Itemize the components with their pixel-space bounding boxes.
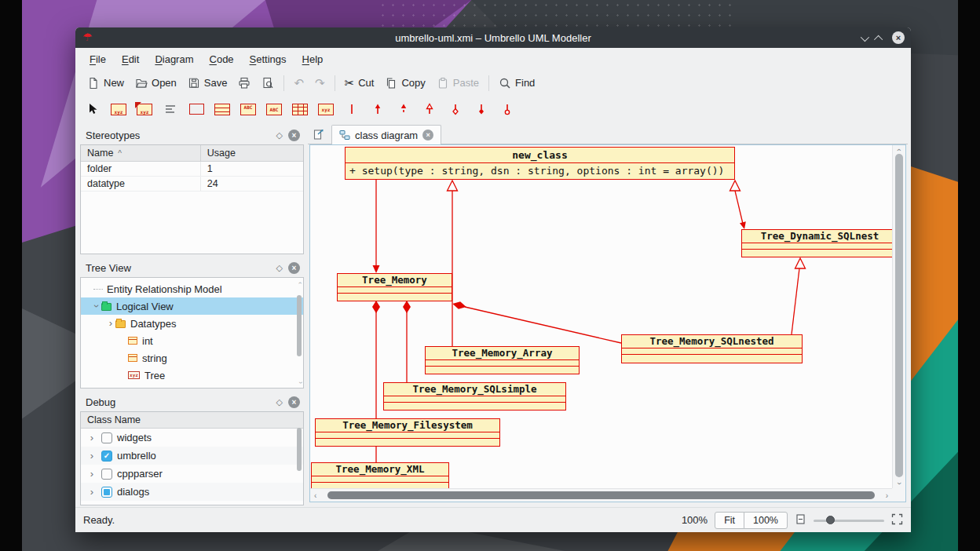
cut-button[interactable]: ✂ Cut xyxy=(339,75,380,92)
menu-code[interactable]: Code xyxy=(202,50,242,68)
uml-class-tree-memory-xml[interactable]: Tree_Memory_XML xyxy=(311,462,449,488)
debug-item-dialogs[interactable]: › dialogs xyxy=(81,483,303,501)
diagram-canvas[interactable]: new_class + setup(type : string, dsn : s… xyxy=(310,145,892,488)
menu-diagram[interactable]: Diagram xyxy=(147,50,201,68)
debug-item-umbrello[interactable]: › ✓ umbrello xyxy=(81,447,303,465)
tree-item-string[interactable]: string xyxy=(81,349,303,367)
fit-button[interactable]: Fit xyxy=(715,512,744,529)
copy-button[interactable]: Copy xyxy=(379,75,430,92)
anchor-tool-button[interactable] xyxy=(498,100,517,119)
uml-class-tree-memory[interactable]: Tree_Memory xyxy=(337,273,452,301)
scroll-up-icon[interactable]: › xyxy=(297,282,304,284)
uml-class-tree-memory-sqlnested[interactable]: Tree_Memory_SQLnested xyxy=(621,334,803,363)
table-row[interactable]: datatype 24 xyxy=(81,177,303,192)
interface-tool-button[interactable]: ABC xyxy=(265,100,283,119)
zoom-value-button[interactable]: 100% xyxy=(744,512,788,529)
tab-close-button[interactable]: × xyxy=(422,130,433,140)
new-tab-button[interactable] xyxy=(309,126,328,143)
scrollbar-thumb[interactable] xyxy=(297,428,302,471)
save-button[interactable]: Save xyxy=(182,75,233,92)
menu-help[interactable]: Help xyxy=(294,50,331,68)
menu-file[interactable]: File xyxy=(82,50,114,68)
minimize-button[interactable] xyxy=(861,31,867,45)
scroll-down-icon[interactable]: › xyxy=(297,381,304,384)
undo-button[interactable]: ↶ xyxy=(288,75,309,92)
scroll-down-icon[interactable]: › xyxy=(895,482,903,484)
expander-closed-icon[interactable]: › xyxy=(87,469,97,479)
enum-tool-button[interactable]: xyz xyxy=(316,100,335,119)
maximize-button[interactable] xyxy=(876,31,883,45)
tree-item-entity-relationship-model[interactable]: Entity Relationship Model xyxy=(81,280,303,297)
float-panel-button[interactable]: ◇ xyxy=(276,263,283,273)
scroll-left-icon[interactable]: ‹ xyxy=(314,492,316,500)
tab-class-diagram[interactable]: class diagram × xyxy=(331,125,441,144)
association-tool-button[interactable] xyxy=(342,100,361,119)
uml-class-tree-memory-sqlsimple[interactable]: Tree_Memory_SQLsimple xyxy=(383,382,566,411)
close-panel-button[interactable]: × xyxy=(288,262,300,274)
print-button[interactable] xyxy=(232,75,256,92)
select-tool-button[interactable] xyxy=(83,100,102,119)
debug-item-widgets[interactable]: › widgets xyxy=(81,429,303,447)
uml-class-tree-memory-filesystem[interactable]: Tree_Memory_Filesystem xyxy=(315,418,500,447)
vertical-scrollbar[interactable]: › › xyxy=(892,145,905,488)
float-panel-button[interactable]: ◇ xyxy=(276,130,283,140)
column-header-usage[interactable]: Usage xyxy=(201,145,303,161)
scrollbar-thumb[interactable] xyxy=(327,491,875,499)
paste-button[interactable]: Paste xyxy=(431,75,485,92)
checkbox-checked[interactable]: ✓ xyxy=(101,451,112,462)
scroll-up-icon[interactable]: › xyxy=(895,148,903,151)
horizontal-scrollbar[interactable]: ‹ › xyxy=(310,488,892,502)
uml-class-tree-dynamic-sqlnested[interactable]: Tree_Dynamic_SQLnest xyxy=(741,229,892,257)
debug-item-cppparser[interactable]: › cppparser xyxy=(81,465,303,483)
uml-class-new_class[interactable]: new_class + setup(type : string, dsn : s… xyxy=(345,147,735,180)
open-button[interactable]: Open xyxy=(130,75,182,92)
generalization-tool-button[interactable] xyxy=(420,100,439,119)
close-panel-button[interactable]: × xyxy=(288,130,300,141)
print-preview-button[interactable] xyxy=(256,75,280,92)
new-datatype-tool-button[interactable]: xyz xyxy=(135,100,154,119)
checkbox-unchecked[interactable] xyxy=(101,469,112,480)
class-tool-button[interactable] xyxy=(213,100,232,119)
datatype-tool-button[interactable]: xyz xyxy=(109,100,128,119)
scrollbar-thumb[interactable] xyxy=(297,295,302,356)
uml-class-tree-memory-array[interactable]: Tree_Memory_Array xyxy=(425,346,580,374)
menu-settings[interactable]: Settings xyxy=(242,50,294,68)
checkbox-unchecked[interactable] xyxy=(101,432,112,443)
entity-tool-button[interactable] xyxy=(291,100,309,119)
sc rollbar-thumb[interactable] xyxy=(895,154,903,477)
debug-panel-header[interactable]: Debug ◇ × xyxy=(79,392,305,411)
find-button[interactable]: Find xyxy=(493,75,540,92)
tree-item-tree[interactable]: xyz Tree xyxy=(81,367,303,384)
slider-handle[interactable] xyxy=(826,516,835,524)
close-button[interactable]: × xyxy=(892,31,905,44)
text-class-tool-button[interactable]: ABC xyxy=(239,100,258,119)
column-header-name[interactable]: Name ^ xyxy=(81,145,201,161)
fullscreen-button[interactable] xyxy=(891,513,903,527)
directed-association-tool-button[interactable] xyxy=(368,100,387,119)
tree-view-panel-header[interactable]: Tree View ◇ × xyxy=(79,258,305,277)
expander-open-icon[interactable]: › xyxy=(92,301,101,311)
box-tool-button[interactable] xyxy=(187,100,206,119)
tree-item-int[interactable]: int xyxy=(81,332,303,349)
float-panel-button[interactable]: ◇ xyxy=(276,397,283,407)
expander-closed-icon[interactable]: › xyxy=(87,487,97,497)
redo-button[interactable]: ↷ xyxy=(309,75,331,92)
dependency-tool-button[interactable] xyxy=(394,100,413,119)
titlebar[interactable]: ☂ umbrello-uml.xmi – Umbrello UML Modell… xyxy=(75,27,911,48)
debug-scrollbar[interactable] xyxy=(296,423,302,494)
expander-closed-icon[interactable]: › xyxy=(106,319,115,328)
zoom-fit-page-button[interactable] xyxy=(795,513,806,527)
column-header-class-name[interactable]: Class Name xyxy=(81,412,303,429)
new-button[interactable]: New xyxy=(82,75,130,92)
tree-view-scrollbar[interactable] xyxy=(296,289,302,377)
composition-tool-button[interactable] xyxy=(472,100,491,119)
expander-closed-icon[interactable]: › xyxy=(87,451,97,461)
menu-edit[interactable]: Edit xyxy=(114,50,147,68)
stereotypes-panel-header[interactable]: Stereotypes ◇ × xyxy=(79,126,305,144)
scroll-right-icon[interactable]: › xyxy=(886,492,888,500)
expander-closed-icon[interactable]: › xyxy=(87,433,97,443)
close-panel-button[interactable]: × xyxy=(288,396,300,408)
checkbox-partial[interactable] xyxy=(101,487,112,498)
tree-item-logical-view[interactable]: › Logical View xyxy=(81,297,303,315)
tree-item-datatypes[interactable]: › Datatypes xyxy=(81,315,303,332)
